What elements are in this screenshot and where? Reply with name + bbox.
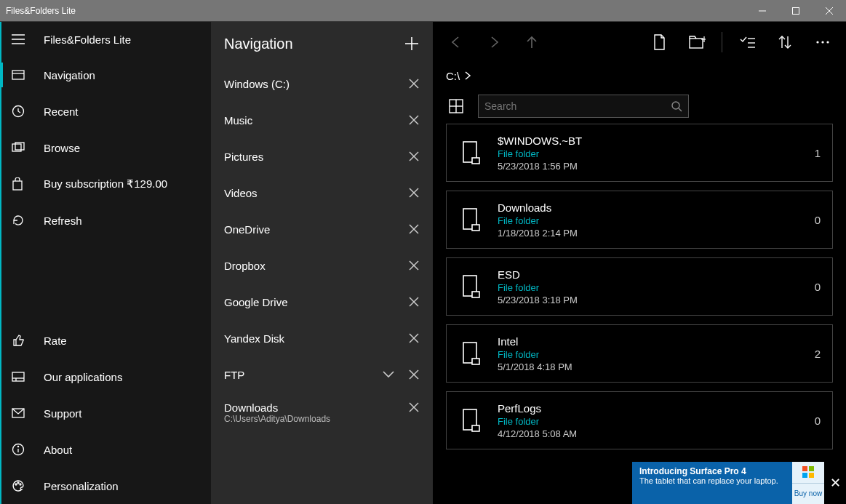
chevron-right-icon <box>464 71 471 80</box>
ad-close-button[interactable]: ✕ <box>824 462 846 504</box>
svg-point-21 <box>17 482 19 484</box>
navpanel-item-windows-c[interactable]: Windows (C:) <box>211 65 433 102</box>
navpanel-item-label: FTP <box>224 369 244 381</box>
svg-rect-12 <box>13 181 22 190</box>
forward-button[interactable] <box>476 25 511 60</box>
clock-icon <box>12 105 35 118</box>
folder-icon <box>458 408 484 433</box>
svg-rect-46 <box>690 39 703 48</box>
breadcrumb[interactable]: C:\ <box>433 63 846 89</box>
navpanel-item-label: Pictures <box>224 151 263 163</box>
sidebar-item-support[interactable]: Support <box>1 395 211 431</box>
ad-cta[interactable]: Buy now <box>792 483 824 505</box>
sidebar-item-refresh[interactable]: Refresh <box>1 202 211 239</box>
up-button[interactable] <box>514 25 549 60</box>
new-file-button[interactable] <box>642 25 677 60</box>
remove-icon[interactable] <box>408 296 420 308</box>
sidebar-header[interactable]: Files&Folders Lite <box>1 22 211 57</box>
navpanel-item-label: Videos <box>224 187 258 199</box>
folder-icon <box>458 341 484 366</box>
navpanel-item-ftp[interactable]: FTP <box>211 356 433 393</box>
remove-icon[interactable] <box>408 369 420 380</box>
file-type: File folder <box>498 349 802 360</box>
svg-point-54 <box>816 41 818 43</box>
remove-icon[interactable] <box>408 401 420 413</box>
refresh-icon <box>12 214 35 227</box>
file-item[interactable]: $WINDOWS.~BT File folder 5/23/2018 1:56 … <box>446 124 833 182</box>
remove-icon[interactable] <box>408 114 420 126</box>
navpanel-item-yandex-disk[interactable]: Yandex Disk <box>211 320 433 356</box>
svg-rect-69 <box>472 359 479 364</box>
maximize-button[interactable] <box>779 0 813 22</box>
remove-icon[interactable] <box>408 223 420 235</box>
navpanel-item-google-drive[interactable]: Google Drive <box>211 284 433 320</box>
search-input[interactable] <box>484 100 671 112</box>
file-item[interactable]: ESD File folder 5/23/2018 3:18 PM 0 <box>446 257 833 316</box>
toolbar-separator <box>722 32 722 52</box>
svg-rect-75 <box>809 473 814 478</box>
sort-button[interactable] <box>767 25 802 60</box>
view-mode-button[interactable] <box>446 96 466 116</box>
sidebar-item-personalization[interactable]: Personalization <box>1 468 211 504</box>
navpanel-item-videos[interactable]: Videos <box>211 175 433 211</box>
sidebar-item-rate[interactable]: Rate <box>1 322 211 359</box>
file-name: ESD <box>498 268 802 281</box>
hamburger-icon <box>12 34 35 44</box>
remove-icon[interactable] <box>408 151 420 162</box>
back-button[interactable] <box>439 25 474 60</box>
main-panel: C:\ $WINDOWS.~BT File folder 5/23/2018 1… <box>433 22 846 504</box>
navpanel-item-label: Music <box>224 114 252 127</box>
navpanel-item-onedrive[interactable]: OneDrive <box>211 211 433 247</box>
svg-rect-67 <box>472 292 479 297</box>
sidebar-item-label: Personalization <box>35 480 119 492</box>
sidebar-item-label: Recent <box>35 105 79 118</box>
folder-icon <box>458 140 484 165</box>
svg-rect-73 <box>809 466 814 471</box>
remove-icon[interactable] <box>408 187 420 199</box>
sidebar-item-our-applications[interactable]: Our applications <box>1 359 211 395</box>
navpanel-item-music[interactable]: Music <box>211 102 433 138</box>
minimize-button[interactable] <box>746 0 779 22</box>
mail-icon <box>12 408 35 418</box>
svg-rect-71 <box>472 425 479 431</box>
sidebar-item-label: Browse <box>35 142 80 154</box>
navpanel-item-path: C:\Users\Aditya\Downloads <box>224 414 330 424</box>
navpanel-item-label: Yandex Disk <box>224 332 284 345</box>
sidebar-item-recent[interactable]: Recent <box>1 93 211 129</box>
select-button[interactable] <box>730 25 765 60</box>
search-box[interactable] <box>478 95 689 118</box>
navpanel-item-pictures[interactable]: Pictures <box>211 138 433 175</box>
sidebar-spacer <box>1 239 211 322</box>
file-item[interactable]: Intel File folder 5/1/2018 4:18 PM 2 <box>446 324 833 383</box>
navpanel-item-label: Windows (C:) <box>224 78 290 90</box>
more-button[interactable] <box>805 25 840 60</box>
sidebar-item-label: Navigation <box>35 69 95 81</box>
chevron-down-icon[interactable] <box>382 370 395 379</box>
sidebar-item-buy-subscription[interactable]: Buy subscription ₹129.00 <box>1 166 211 202</box>
remove-icon[interactable] <box>408 78 420 89</box>
sidebar-item-browse[interactable]: Browse <box>1 129 211 166</box>
thumbs-up-icon <box>12 334 35 347</box>
close-button[interactable] <box>813 0 846 22</box>
ad-subtitle: The tablet that can replace your laptop. <box>639 476 785 486</box>
svg-point-22 <box>20 484 21 485</box>
app-body: Files&Folders Lite Navigation Recent Bro… <box>0 22 846 504</box>
svg-rect-13 <box>12 372 24 381</box>
sidebar-item-navigation[interactable]: Navigation <box>1 57 211 93</box>
navpanel-item-dropbox[interactable]: Dropbox <box>211 247 433 284</box>
add-location-button[interactable] <box>404 36 420 52</box>
remove-icon[interactable] <box>408 332 420 344</box>
remove-icon[interactable] <box>408 260 420 271</box>
navpanel-item-downloads[interactable]: Downloads C:\Users\Aditya\Downloads <box>211 393 433 432</box>
ad-content[interactable]: Introducing Surface Pro 4 The tablet tha… <box>632 462 792 504</box>
sidebar-item-label: Support <box>35 407 82 420</box>
svg-point-60 <box>672 102 679 109</box>
browse-icon <box>12 142 35 153</box>
toolbar <box>433 22 846 63</box>
ad-side[interactable]: Buy now <box>792 462 824 504</box>
file-count: 0 <box>815 281 821 293</box>
file-item[interactable]: Downloads File folder 1/18/2018 2:14 PM … <box>446 191 833 249</box>
sidebar-item-about[interactable]: About <box>1 431 211 468</box>
file-item[interactable]: PerfLogs File folder 4/12/2018 5:08 AM 0 <box>446 391 833 449</box>
new-folder-button[interactable] <box>679 25 714 60</box>
